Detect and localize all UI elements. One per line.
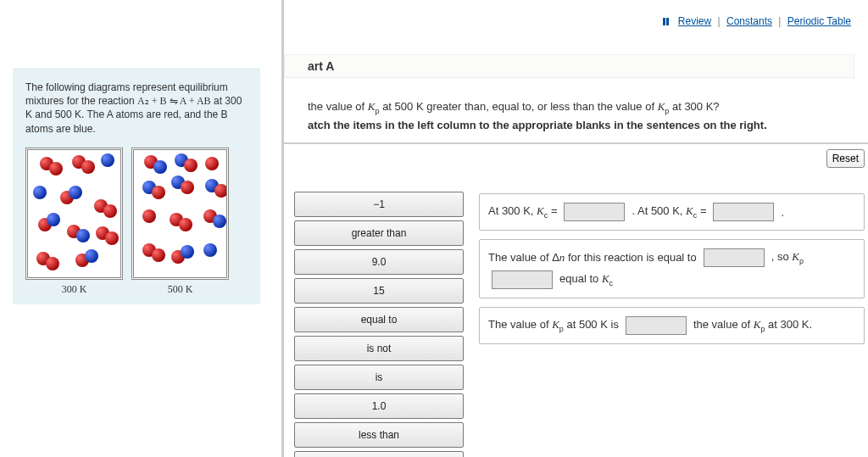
diagram-300k — [25, 148, 123, 280]
tile-1[interactable]: 1.0 — [294, 393, 464, 419]
question-line: the value of Kp at 500 K greater than, e… — [308, 100, 720, 113]
blank-s3-1[interactable] — [626, 316, 687, 335]
info-box: The following diagrams represent equilib… — [13, 68, 260, 304]
separator: | — [778, 15, 781, 27]
sentence-1: At 300 K, Kc = . At 500 K, Kc = . — [479, 193, 865, 231]
tile-equal-to[interactable]: equal to — [294, 307, 464, 332]
right-panel: Review | Constants | Periodic Table art … — [284, 0, 868, 457]
sentence-2: The value of Δn for this reaction is equ… — [479, 239, 865, 298]
s2c: equal to Kc — [559, 272, 613, 287]
sentence-column: At 300 K, Kc = . At 500 K, Kc = . The va… — [479, 185, 865, 353]
instruction-text: atch the items in the left column to the… — [308, 119, 851, 131]
tile-9[interactable]: 9.0 — [294, 249, 464, 275]
s1c: . — [781, 206, 784, 219]
top-links: Review | Constants | Periodic Table — [663, 15, 851, 28]
s2a: The value of Δn for this reaction is equ… — [488, 251, 697, 265]
s3c: the value of Kp at 300 K. — [693, 318, 812, 333]
tile-is[interactable]: is — [294, 365, 464, 390]
part-band — [284, 54, 854, 78]
blank-s2-2[interactable] — [492, 270, 553, 289]
link-review[interactable]: Review — [678, 15, 711, 27]
s1a: At 300 K, Kc = — [488, 204, 557, 220]
diagram-500k — [131, 148, 229, 280]
blank-s1-2[interactable] — [713, 203, 774, 221]
tile-is-not[interactable]: is not — [294, 336, 464, 361]
diagram-label-500: 500 K — [131, 283, 229, 296]
separator: | — [718, 15, 721, 27]
question-text: the value of Kp at 500 K greater than, e… — [308, 100, 851, 115]
info-text: The following diagrams represent equilib… — [25, 81, 248, 136]
reaction-eqn: A₂ + B ⇋ A + AB — [137, 95, 211, 107]
link-periodic[interactable]: Periodic Table — [787, 15, 851, 27]
tile-neg1[interactable]: −1 — [294, 192, 464, 217]
s1b: . At 500 K, Kc = — [632, 204, 706, 220]
pause-icon — [663, 16, 671, 28]
sentence-3: The value of Kp at 500 K is the value of… — [479, 307, 865, 344]
work-area: Reset −1 greater than 9.0 15 equal to is… — [284, 142, 868, 457]
left-panel: The following diagrams represent equilib… — [0, 0, 284, 457]
s3a: The value of Kp at 500 K is — [488, 318, 619, 333]
tile-greater-than[interactable]: greater than — [294, 220, 464, 246]
reset-button[interactable]: Reset — [826, 149, 865, 168]
tile-033[interactable]: 0.33 — [294, 451, 464, 457]
link-constants[interactable]: Constants — [726, 15, 772, 27]
diagram-label-300: 300 K — [25, 283, 123, 296]
part-title: art A — [308, 59, 334, 73]
tile-less-than[interactable]: less than — [294, 422, 464, 448]
tile-15[interactable]: 15 — [294, 278, 464, 304]
blank-s2-1[interactable] — [704, 248, 765, 267]
blank-s1-1[interactable] — [564, 203, 625, 221]
draggable-column: −1 greater than 9.0 15 equal to is not i… — [294, 188, 464, 457]
s2b: , so Kp — [771, 250, 804, 265]
